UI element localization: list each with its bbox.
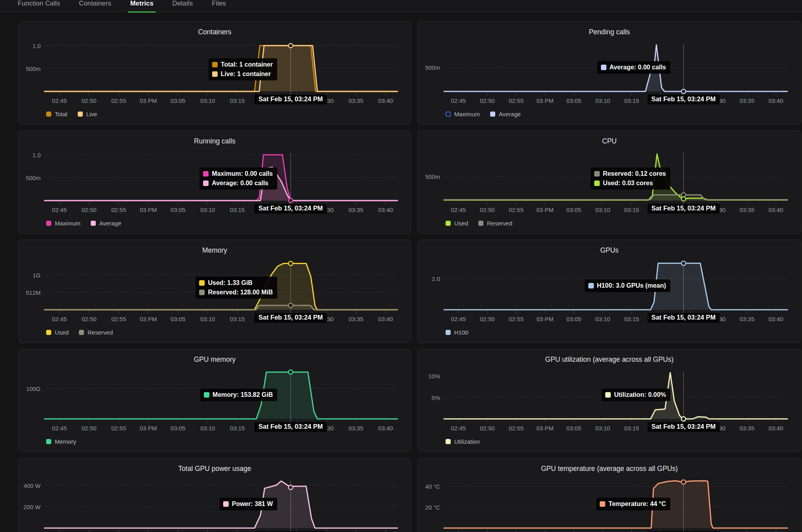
legend-item-maximum[interactable]: Maximum bbox=[46, 220, 80, 227]
cursor-marker bbox=[681, 197, 686, 201]
tooltip-value: Reserved: 0.12 cores bbox=[603, 170, 666, 177]
cursor-marker bbox=[289, 370, 293, 374]
x-axis-label: 02:50 bbox=[480, 316, 495, 322]
legend-item-label: Memory bbox=[55, 438, 76, 445]
x-axis-label: 03:10 bbox=[200, 425, 215, 432]
tab-details[interactable]: Details bbox=[172, 0, 193, 12]
legend-item-label: Used bbox=[454, 220, 468, 227]
chart-plot-area[interactable] bbox=[418, 458, 802, 532]
tooltip-color-chip bbox=[588, 283, 594, 288]
cursor-marker bbox=[289, 485, 293, 489]
metrics-chart-grid: Containers1.0500m02:4502:5002:5503 PM03:… bbox=[18, 21, 802, 532]
x-axis-label: 02:55 bbox=[111, 316, 126, 322]
legend-item-used[interactable]: Used bbox=[46, 329, 69, 336]
cursor-marker bbox=[289, 43, 293, 48]
chart-card-gpus: GPUs2.002:4502:5002:5503 PM03:0503:1003:… bbox=[418, 240, 801, 343]
x-axis-label: 03:40 bbox=[378, 206, 393, 213]
value-tooltip-memory: Used: 1.33 GiBReserved: 128.00 MiB bbox=[196, 277, 277, 299]
legend-item-label: Average bbox=[499, 111, 521, 117]
cursor-date-tooltip: Sat Feb 15, 03:24 PM bbox=[255, 204, 327, 214]
x-axis-label: 03:35 bbox=[740, 425, 755, 432]
legend-item-average[interactable]: Average bbox=[490, 111, 521, 117]
tab-metrics[interactable]: Metrics bbox=[130, 0, 153, 12]
legend-item-total[interactable]: Total bbox=[46, 111, 67, 117]
chart-card-memory: Memory1G512M02:4502:5002:5503 PM03:0503:… bbox=[18, 240, 411, 343]
legend-color-chip bbox=[91, 221, 96, 226]
y-axis-label: 10% bbox=[418, 373, 440, 379]
legend-color-chip bbox=[79, 330, 84, 335]
y-axis-label: 200 W bbox=[19, 503, 41, 510]
value-tooltip-gpus: H100: 3.0 GPUs (mean) bbox=[585, 279, 670, 292]
legend-color-chip bbox=[446, 330, 451, 335]
tooltip-row: Reserved: 0.12 cores bbox=[594, 170, 666, 177]
chart-plot-area[interactable] bbox=[19, 458, 412, 532]
x-axis-label: 03:10 bbox=[595, 425, 610, 432]
legend-color-chip bbox=[478, 221, 483, 226]
x-axis-label: 03:35 bbox=[349, 316, 364, 322]
series-fill-reserved bbox=[45, 305, 397, 310]
value-tooltip-gpu-memory: Memory: 153.82 GiB bbox=[200, 389, 277, 401]
x-axis-label: 02:50 bbox=[82, 97, 97, 104]
x-axis-label: 03:15 bbox=[230, 97, 245, 104]
legend: H100 bbox=[446, 329, 468, 336]
tooltip-color-chip bbox=[594, 180, 600, 186]
cursor-marker bbox=[289, 261, 293, 266]
cursor-date-tooltip: Sat Feb 15, 03:24 PM bbox=[647, 204, 720, 214]
legend-item-label: Utilization bbox=[454, 438, 480, 445]
x-axis-label: 03:10 bbox=[200, 206, 215, 213]
legend: UsedReserved bbox=[446, 220, 512, 227]
x-axis-label: 02:45 bbox=[52, 97, 67, 104]
tab-files[interactable]: Files bbox=[212, 0, 226, 12]
tab-label: Containers bbox=[79, 0, 111, 7]
legend-item-utilization[interactable]: Utilization bbox=[446, 438, 480, 445]
x-axis-label: 03 PM bbox=[537, 425, 554, 432]
legend-item-live[interactable]: Live bbox=[78, 111, 97, 117]
legend-item-h100[interactable]: H100 bbox=[446, 329, 468, 336]
legend-item-reserved[interactable]: Reserved bbox=[478, 220, 512, 227]
tooltip-row: Average: 0.00 calls bbox=[601, 64, 666, 71]
legend: MaximumAverage bbox=[446, 111, 521, 117]
tooltip-value: Used: 1.33 GiB bbox=[208, 279, 252, 286]
legend-item-label: Live bbox=[86, 111, 97, 117]
legend-item-used[interactable]: Used bbox=[446, 220, 468, 227]
x-axis-label: 03:40 bbox=[768, 316, 783, 322]
chart-card-pending-calls: Pending calls500m02:4502:5002:5503 PM03:… bbox=[418, 21, 801, 125]
tooltip-value: Memory: 153.82 GiB bbox=[213, 391, 273, 398]
tooltip-row: Memory: 153.82 GiB bbox=[204, 391, 273, 398]
x-axis-label: 02:55 bbox=[509, 206, 524, 213]
tooltip-value: Live: 1 container bbox=[221, 71, 271, 78]
y-axis-label: 512M bbox=[19, 289, 41, 296]
x-axis-label: 02:55 bbox=[111, 425, 126, 432]
tooltip-value: Total: 1 container bbox=[221, 61, 273, 68]
x-axis-label: 03:10 bbox=[595, 206, 610, 213]
x-axis-label: 02:45 bbox=[451, 206, 466, 213]
legend-item-maximum[interactable]: Maximum bbox=[446, 111, 480, 117]
legend-color-chip bbox=[46, 330, 51, 335]
x-axis-label: 03 PM bbox=[140, 316, 157, 322]
tooltip-color-chip bbox=[199, 280, 205, 286]
x-axis-label: 03 PM bbox=[140, 97, 157, 104]
tooltip-row: Total: 1 container bbox=[212, 61, 273, 68]
x-axis-label: 03 PM bbox=[537, 206, 554, 213]
legend-item-memory[interactable]: Memory bbox=[46, 438, 76, 445]
tooltip-row: Power: 381 W bbox=[223, 500, 273, 508]
x-axis-label: 03:05 bbox=[171, 206, 186, 213]
tab-containers[interactable]: Containers bbox=[79, 0, 111, 12]
cursor-marker bbox=[681, 480, 686, 484]
x-axis-label: 03:40 bbox=[768, 206, 783, 213]
y-axis-label: 40 °C bbox=[418, 483, 440, 489]
x-axis-label: 03:15 bbox=[624, 97, 639, 104]
legend-item-reserved[interactable]: Reserved bbox=[79, 329, 113, 336]
x-axis-label: 03:15 bbox=[230, 316, 245, 322]
legend-item-average[interactable]: Average bbox=[91, 220, 121, 227]
chart-card-gpu-utilization-average-across-all-gpus: GPU utilization (average across all GPUs… bbox=[418, 349, 801, 452]
tab-function-calls[interactable]: Function Calls bbox=[18, 0, 60, 12]
x-axis-label: 02:50 bbox=[82, 206, 97, 213]
x-axis-label: 03:35 bbox=[740, 97, 755, 104]
chart-card-running-calls: Running calls1.0500m02:4502:5002:5503 PM… bbox=[18, 130, 411, 234]
tooltip-value: H100: 3.0 GPUs (mean) bbox=[597, 282, 666, 289]
y-axis-label: 2.0 bbox=[418, 275, 440, 282]
x-axis-label: 02:55 bbox=[111, 97, 126, 104]
tooltip-value: Utilization: 0.00% bbox=[614, 391, 666, 398]
x-axis-label: 03 PM bbox=[140, 206, 157, 213]
